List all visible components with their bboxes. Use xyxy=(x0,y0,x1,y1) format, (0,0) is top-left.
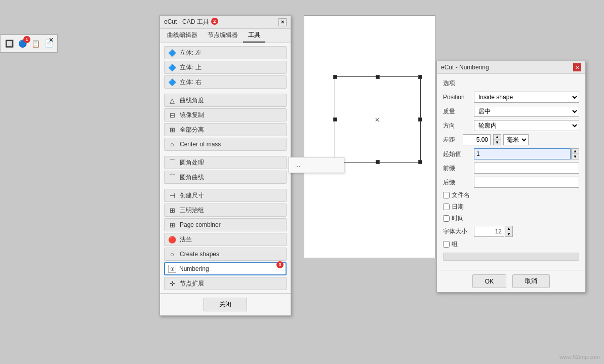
suffix-row: 后缀 xyxy=(443,177,579,188)
cad-tools-titlebar: eCut - CAD 工具 2 ✕ xyxy=(160,16,291,29)
handle-top-left[interactable] xyxy=(333,75,337,79)
small-popup: ... xyxy=(289,157,344,173)
tab-node-editor[interactable]: 节点编辑器 xyxy=(203,29,243,43)
time-checkbox-row: 时间 xyxy=(443,214,579,223)
start-value-label: 起始值 xyxy=(443,150,471,158)
suffix-input[interactable] xyxy=(474,177,579,188)
round-curve-icon: ⌒ xyxy=(168,173,177,182)
numbering-dialog-close-btn[interactable]: ✕ xyxy=(573,63,581,71)
handle-mid-left[interactable] xyxy=(333,117,337,122)
start-decrement-btn[interactable]: ▼ xyxy=(572,154,579,159)
cad-tools-close-btn[interactable]: ✕ xyxy=(278,18,287,26)
cad-tools-badge: 2 xyxy=(211,18,218,25)
handle-top-right[interactable] xyxy=(418,75,422,79)
separator-1 xyxy=(164,90,287,92)
date-checkbox[interactable] xyxy=(443,204,450,210)
fontsize-increment-btn[interactable]: ▲ xyxy=(505,226,512,231)
small-popup-text: ... xyxy=(295,161,300,169)
tool-node-expand[interactable]: ✛ 节点扩展 xyxy=(164,277,287,290)
tool-create-shapes-label: Create shapes xyxy=(180,251,219,258)
tool-numbering[interactable]: ① Numbering 3 xyxy=(164,262,287,275)
diff-unit-select[interactable]: 毫米 xyxy=(503,134,529,145)
start-value-arrows: ▲ ▼ xyxy=(571,148,579,159)
tool-mirror-copy[interactable]: ⊟ 镜像复制 xyxy=(164,108,287,122)
tool-flange-label: 法兰 xyxy=(180,235,192,244)
diff-input[interactable] xyxy=(463,134,491,145)
cad-tools-close-footer-btn[interactable]: 关闭 xyxy=(204,298,247,311)
handle-bottom-mid[interactable] xyxy=(376,160,380,164)
toolbar-icon-1[interactable]: 🔲 xyxy=(4,38,15,49)
group-checkbox[interactable] xyxy=(443,241,450,248)
filename-checkbox[interactable] xyxy=(443,192,450,198)
tool-cubic-right-label: 立体: 右 xyxy=(180,78,202,87)
cad-tools-window: eCut - CAD 工具 2 ✕ 曲线编辑器 节点编辑器 工具 🔷 立体: 左… xyxy=(159,15,291,316)
cancel-button[interactable]: 取消 xyxy=(512,274,550,288)
handle-mid-right[interactable] xyxy=(418,117,422,122)
tool-sandwich-group[interactable]: ⊞ 三明治组 xyxy=(164,204,287,217)
tool-create-shapes[interactable]: ○ Create shapes xyxy=(164,248,287,261)
tool-center-of-mass[interactable]: ○ Center of mass xyxy=(164,138,287,151)
create-shapes-icon: ○ xyxy=(168,250,177,259)
cad-tools-title-wrapper: eCut - CAD 工具 2 xyxy=(164,18,218,26)
diff-decrement-btn[interactable]: ▼ xyxy=(494,140,501,145)
tool-numbering-label: Numbering xyxy=(179,265,209,272)
diff-increment-btn[interactable]: ▲ xyxy=(494,135,501,140)
fontsize-label: 字体大小 xyxy=(443,227,471,236)
start-value-input[interactable] xyxy=(474,148,571,159)
cubic-left-icon: 🔷 xyxy=(168,48,177,57)
tools-list: 🔷 立体: 左 🔷 立体: 上 🔷 立体: 右 △ 曲线角度 ⊟ 镜像复制 ⊞ … xyxy=(160,43,291,293)
flange-icon: 🔴 xyxy=(168,235,177,244)
tool-separate-all[interactable]: ⊞ 全部分离 xyxy=(164,123,287,136)
suffix-label: 后缀 xyxy=(443,178,471,187)
start-increment-btn[interactable]: ▲ xyxy=(572,149,579,154)
diff-spinbox-arrows: ▲ ▼ xyxy=(493,134,501,145)
mirror-copy-icon: ⊟ xyxy=(168,110,177,119)
tab-tools[interactable]: 工具 xyxy=(243,29,265,43)
tool-curve-angle[interactable]: △ 曲线角度 xyxy=(164,94,287,107)
quality-select[interactable]: 居中 xyxy=(474,106,579,117)
toolbar-close-btn[interactable]: ✕ xyxy=(47,36,55,44)
tool-center-of-mass-label: Center of mass xyxy=(180,141,221,148)
tool-page-combiner[interactable]: ⊞ Page combiner xyxy=(164,218,287,231)
tool-flange[interactable]: 🔴 法兰 xyxy=(164,233,287,246)
fontsize-decrement-btn[interactable]: ▼ xyxy=(505,231,512,236)
selection-center-marker: ✕ xyxy=(375,116,380,124)
start-value-row: 起始值 ▲ ▼ xyxy=(443,148,579,159)
tool-curve-angle-label: 曲线角度 xyxy=(180,96,204,105)
position-select[interactable]: Inside shape xyxy=(474,92,579,103)
group-checkbox-row: 组 xyxy=(443,240,579,249)
tool-page-combiner-label: Page combiner xyxy=(180,221,221,228)
tool-round-corner[interactable]: ⌒ 圆角处理 xyxy=(164,156,287,169)
handle-top-mid[interactable] xyxy=(376,75,380,79)
position-row: Position Inside shape xyxy=(443,92,579,103)
direction-select[interactable]: 轮廓内 xyxy=(474,120,579,131)
tool-cubic-top[interactable]: 🔷 立体: 上 xyxy=(164,61,287,74)
handle-bottom-right[interactable] xyxy=(418,160,422,164)
toolbar-icon-3[interactable]: 📋 xyxy=(30,38,41,49)
filename-checkbox-row: 文件名 xyxy=(443,191,579,199)
fontsize-spinbox: ▲ ▼ xyxy=(474,226,513,237)
filename-label: 文件名 xyxy=(452,191,470,199)
toolbar-badge-1: 1 xyxy=(23,36,30,43)
node-expand-icon: ✛ xyxy=(168,279,177,288)
separator-2 xyxy=(164,152,287,154)
ok-button[interactable]: OK xyxy=(472,274,506,288)
time-checkbox[interactable] xyxy=(443,215,450,222)
curve-angle-icon: △ xyxy=(168,96,177,105)
tab-curve-editor[interactable]: 曲线编辑器 xyxy=(162,29,203,43)
tool-cubic-left[interactable]: 🔷 立体: 左 xyxy=(164,46,287,59)
numbering-dialog: eCut - Numbering ✕ 选项 Position Inside sh… xyxy=(436,61,586,293)
tool-create-dimension[interactable]: ⊣ 创建尺寸 xyxy=(164,189,287,202)
tool-cubic-right[interactable]: 🔷 立体: 右 xyxy=(164,75,287,89)
cubic-right-icon: 🔷 xyxy=(168,77,177,87)
direction-row: 方向 轮廓内 xyxy=(443,120,579,131)
prefix-input[interactable] xyxy=(474,163,579,174)
diff-row: 差距 ▲ ▼ 毫米 xyxy=(443,134,579,145)
direction-label: 方向 xyxy=(443,122,471,130)
numbering-dialog-titlebar: eCut - Numbering ✕ xyxy=(437,61,585,74)
fontsize-input[interactable] xyxy=(474,226,504,237)
numbering-dialog-body: 选项 Position Inside shape 质量 居中 方向 轮廓内 差距 xyxy=(437,74,585,270)
tool-round-curve[interactable]: ⌒ 圆角曲线 xyxy=(164,171,287,184)
fontsize-arrows: ▲ ▼ xyxy=(505,226,513,237)
numbering-icon: ① xyxy=(168,265,176,273)
